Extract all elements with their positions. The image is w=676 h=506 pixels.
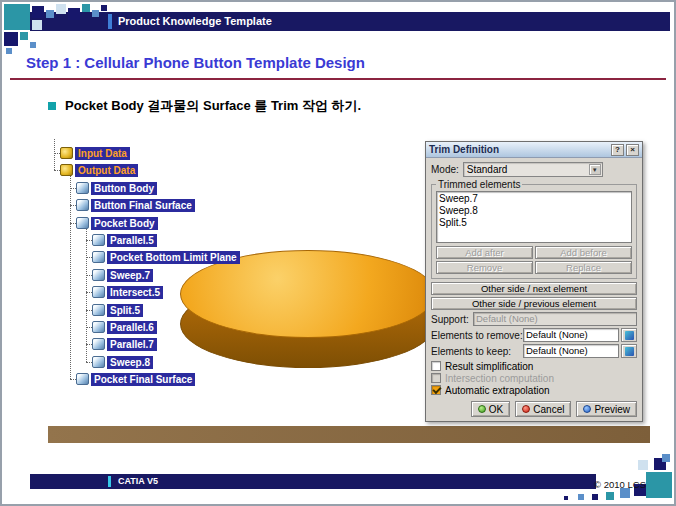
dialog-titlebar[interactable]: Trim Definition ? × bbox=[426, 142, 642, 158]
remove-button[interactable]: Remove bbox=[436, 261, 533, 274]
mosaic-square bbox=[92, 10, 99, 17]
trimmed-element-item[interactable]: Sweep.8 bbox=[439, 205, 629, 217]
dialog-actions: OK Cancel Preview bbox=[431, 401, 637, 417]
tree-item-label: Button Final Surface bbox=[91, 199, 195, 212]
tree-item-label: Sweep.7 bbox=[107, 269, 153, 282]
trimmed-element-item[interactable]: Split.5 bbox=[439, 217, 629, 229]
tree-item-label: Parallel.7 bbox=[107, 338, 157, 351]
list-edit-buttons: Add after Add before Remove Replace bbox=[436, 246, 632, 274]
tree-item-pocket-bottom-limit-plane[interactable]: Pocket Bottom Limit Plane bbox=[86, 250, 240, 264]
tree-item-split-5[interactable]: Split.5 bbox=[86, 303, 143, 317]
tree-item-label: Split.5 bbox=[107, 304, 143, 317]
trim-definition-dialog: Trim Definition ? × Mode: Standard ▼ Tri… bbox=[425, 141, 643, 422]
mosaic-square bbox=[32, 6, 44, 18]
multi-selection-button[interactable] bbox=[621, 328, 637, 342]
selection-stack-icon bbox=[625, 331, 634, 340]
surface-icon bbox=[76, 199, 89, 211]
dialog-checkboxes: Result simplificationIntersection comput… bbox=[431, 360, 637, 396]
support-row: Support: Default (None) bbox=[431, 312, 637, 326]
mosaic-square bbox=[30, 42, 36, 48]
tree-item-pocket-body[interactable]: Pocket Body bbox=[70, 216, 158, 230]
elements-to-keep-label: Elements to keep: bbox=[431, 346, 523, 357]
trimmed-elements-list[interactable]: Sweep.7Sweep.8Split.5 bbox=[436, 191, 632, 243]
tree-item-pocket-final-surface[interactable]: Pocket Final Surface bbox=[70, 372, 195, 386]
selection-stack-icon bbox=[625, 347, 634, 356]
trimmed-element-item[interactable]: Sweep.7 bbox=[439, 193, 629, 205]
surface-icon bbox=[92, 251, 105, 263]
mosaic-square bbox=[578, 494, 584, 500]
copyright: © 2010 LCS bbox=[594, 479, 646, 490]
mosaic-square bbox=[606, 492, 614, 500]
mode-select[interactable]: Standard ▼ bbox=[463, 162, 603, 177]
footer-bar: CATIA V5 bbox=[30, 474, 596, 489]
surface-icon bbox=[92, 286, 105, 298]
catia-screenshot: Input DataOutput DataButton BodyButton F… bbox=[48, 134, 650, 443]
tree-item-label: Button Body bbox=[91, 182, 157, 195]
ok-label: OK bbox=[489, 404, 503, 415]
bullet-icon bbox=[48, 102, 56, 110]
mosaic-square bbox=[46, 10, 54, 18]
cancel-icon bbox=[522, 405, 530, 413]
dialog-body: Mode: Standard ▼ Trimmed elements Sweep.… bbox=[426, 158, 642, 421]
preview-icon bbox=[583, 405, 591, 413]
support-field[interactable]: Default (None) bbox=[473, 312, 637, 326]
mode-value: Standard bbox=[467, 164, 508, 175]
footer-accent bbox=[108, 476, 111, 487]
mosaic-square bbox=[646, 472, 672, 498]
tree-item-label: Pocket Body bbox=[91, 217, 158, 230]
support-label: Support: bbox=[431, 314, 473, 325]
mode-label: Mode: bbox=[431, 164, 459, 175]
checkbox-label: Intersection computation bbox=[445, 373, 554, 384]
tree-item-sweep-8[interactable]: Sweep.8 bbox=[86, 355, 153, 369]
chevron-down-icon[interactable]: ▼ bbox=[589, 164, 601, 175]
other-side-next-button[interactable]: Other side / next element bbox=[431, 282, 637, 295]
slide: Product Knowledge Template Step 1 : Cell… bbox=[0, 0, 676, 506]
tree-item-label: Sweep.8 bbox=[107, 356, 153, 369]
close-icon[interactable]: × bbox=[626, 144, 639, 156]
tree-item-parallel-6[interactable]: Parallel.6 bbox=[86, 320, 157, 334]
checkbox-icon[interactable] bbox=[431, 385, 441, 395]
header-title: Product Knowledge Template bbox=[118, 12, 272, 31]
tree-item-button-final-surface[interactable]: Button Final Surface bbox=[70, 198, 195, 212]
trimmed-elements-group: Trimmed elements Sweep.7Sweep.8Split.5 A… bbox=[431, 179, 637, 279]
elements-to-remove-label: Elements to remove: bbox=[431, 330, 523, 341]
add-after-button[interactable]: Add after bbox=[436, 246, 533, 259]
corner-mosaic-top-left bbox=[4, 4, 114, 56]
checkbox-automatic-extrapolation[interactable]: Automatic extrapolation bbox=[431, 384, 637, 396]
surface-icon bbox=[76, 182, 89, 194]
tree-item-label: Parallel.5 bbox=[107, 234, 157, 247]
preview-button[interactable]: Preview bbox=[576, 401, 637, 417]
add-before-button[interactable]: Add before bbox=[535, 246, 632, 259]
mosaic-square bbox=[82, 4, 90, 12]
tree-item-output-data[interactable]: Output Data bbox=[54, 163, 138, 177]
preview-label: Preview bbox=[594, 404, 630, 415]
mosaic-square bbox=[32, 20, 42, 30]
cancel-button[interactable]: Cancel bbox=[515, 401, 571, 417]
other-side-previous-button[interactable]: Other side / previous element bbox=[431, 297, 637, 310]
tree-item-parallel-5[interactable]: Parallel.5 bbox=[86, 233, 157, 247]
ok-button[interactable]: OK bbox=[471, 401, 510, 417]
help-icon[interactable]: ? bbox=[611, 144, 624, 156]
tree-item-parallel-7[interactable]: Parallel.7 bbox=[86, 337, 157, 351]
surface-icon bbox=[92, 269, 105, 281]
checkbox-result-simplification[interactable]: Result simplification bbox=[431, 360, 637, 372]
checkbox-intersection-computation[interactable]: Intersection computation bbox=[431, 372, 637, 384]
surface-icon bbox=[76, 373, 89, 385]
elements-to-keep-field[interactable]: Default (None) bbox=[523, 344, 619, 358]
mosaic-square bbox=[20, 32, 28, 40]
elements-to-remove-field[interactable]: Default (None) bbox=[523, 328, 619, 342]
checkbox-icon[interactable] bbox=[431, 373, 441, 383]
tree-item-intersect-5[interactable]: Intersect.5 bbox=[86, 285, 163, 299]
replace-button[interactable]: Replace bbox=[535, 261, 632, 274]
page-title: Step 1 : Cellular Phone Button Template … bbox=[26, 54, 365, 71]
footer-left-label: CATIA V5 bbox=[118, 474, 158, 489]
tree-item-sweep-7[interactable]: Sweep.7 bbox=[86, 268, 153, 282]
tree-item-label: Output Data bbox=[75, 164, 138, 177]
surface-icon bbox=[92, 338, 105, 350]
tree-item-button-body[interactable]: Button Body bbox=[70, 181, 157, 195]
tree-item-input-data[interactable]: Input Data bbox=[54, 146, 130, 160]
checkbox-icon[interactable] bbox=[431, 361, 441, 371]
mosaic-square bbox=[4, 4, 30, 30]
multi-selection-button[interactable] bbox=[621, 344, 637, 358]
elements-to-keep-row: Elements to keep: Default (None) bbox=[431, 344, 637, 358]
